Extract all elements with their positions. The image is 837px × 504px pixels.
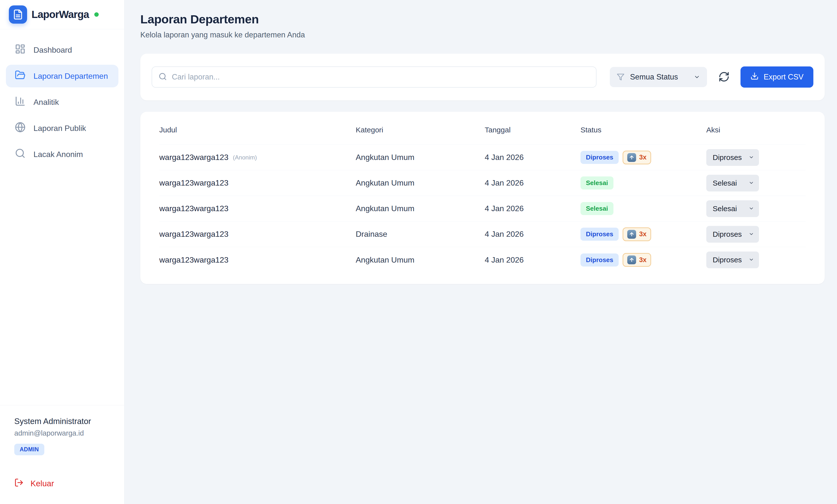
date-cell: 4 Jan 2026 <box>485 204 581 213</box>
category-cell: Drainase <box>356 230 485 239</box>
report-title: warga123warga123 <box>159 230 229 239</box>
column-header-kategori: Kategori <box>356 126 485 134</box>
user-name: System Administrator <box>14 417 110 426</box>
column-header-judul: Judul <box>159 126 356 134</box>
status-cell: Diproses 3x <box>581 228 706 241</box>
arrow-up-icon <box>627 255 636 264</box>
report-title: warga123warga123 <box>159 255 229 265</box>
action-cell: Selesai <box>706 200 806 217</box>
status-action-value: Selesai <box>713 179 737 187</box>
table-row: warga123warga123 Drainase 4 Jan 2026 Dip… <box>159 221 806 247</box>
arrow-up-icon <box>627 153 636 162</box>
report-title-cell: warga123warga123 <box>159 178 356 187</box>
user-email: admin@laporwarga.id <box>14 429 110 437</box>
date-cell: 4 Jan 2026 <box>485 178 581 187</box>
logout-button[interactable]: Keluar <box>14 478 110 489</box>
category-cell: Angkutan Umum <box>356 204 485 213</box>
status-badge: Diproses <box>581 151 619 164</box>
logout-icon <box>14 478 24 489</box>
arrow-up-icon <box>627 230 636 239</box>
page-subtitle: Kelola laporan yang masuk ke departemen … <box>140 31 825 39</box>
status-cell: Diproses 3x <box>581 253 706 267</box>
date-cell: 4 Jan 2026 <box>485 153 581 162</box>
logout-label: Keluar <box>31 479 54 488</box>
reports-table-card: Judul Kategori Tanggal Status Aksi warga… <box>140 112 825 284</box>
app-title: LaporWarga <box>32 8 89 20</box>
status-badge: Selesai <box>581 177 613 190</box>
chevron-down-icon <box>749 256 754 264</box>
chevron-down-icon <box>749 230 754 238</box>
toolbar-card: Semua Status Export CSV <box>140 54 825 101</box>
search-input[interactable] <box>172 73 590 82</box>
status-filter-select[interactable]: Semua Status <box>610 67 707 87</box>
status-cell: Selesai <box>581 202 706 215</box>
bar-chart-icon <box>15 96 25 109</box>
search-box <box>152 67 596 88</box>
sidebar-item-label: Laporan Publik <box>34 124 86 133</box>
chevron-down-icon <box>749 204 754 213</box>
sidebar-item-analitik[interactable]: Analitik <box>6 91 119 113</box>
escalation-count: 3x <box>639 230 646 238</box>
sidebar-item-laporan-departemen[interactable]: Laporan Departemen <box>6 65 119 87</box>
folder-open-icon <box>15 70 25 83</box>
report-title-cell: warga123warga123 <box>159 230 356 239</box>
chevron-down-icon <box>749 179 754 187</box>
table-header-row: Judul Kategori Tanggal Status Aksi <box>159 115 806 145</box>
dashboard-icon <box>15 43 25 56</box>
category-cell: Angkutan Umum <box>356 153 485 162</box>
status-cell: Diproses 3x <box>581 150 706 164</box>
status-action-select[interactable]: Diproses <box>706 226 759 242</box>
sidebar-nav: Dashboard Laporan Departemen Analitik La… <box>0 29 124 175</box>
role-badge: ADMIN <box>14 444 44 455</box>
date-cell: 4 Jan 2026 <box>485 255 581 265</box>
report-title-cell: warga123warga123 <box>159 255 356 265</box>
report-title: warga123warga123 <box>159 178 229 187</box>
status-action-select[interactable]: Diproses <box>706 252 759 268</box>
action-cell: Diproses <box>706 252 806 268</box>
date-cell: 4 Jan 2026 <box>485 230 581 239</box>
table-row: warga123warga123 Angkutan Umum 4 Jan 202… <box>159 170 806 196</box>
refresh-icon <box>718 71 730 83</box>
status-action-value: Selesai <box>713 204 737 213</box>
refresh-button[interactable] <box>718 71 730 83</box>
sidebar-item-label: Analitik <box>34 98 59 107</box>
status-action-value: Diproses <box>713 256 742 264</box>
escalation-badge: 3x <box>623 150 651 164</box>
chevron-down-icon <box>749 153 754 162</box>
chevron-down-icon <box>694 74 700 80</box>
action-cell: Diproses <box>706 149 806 166</box>
export-csv-button[interactable]: Export CSV <box>741 67 813 88</box>
status-action-select[interactable]: Selesai <box>706 175 759 192</box>
sidebar-item-lacak-anonim[interactable]: Lacak Anonim <box>6 143 119 166</box>
app-window: LaporWarga Dashboard Laporan Departemen <box>0 0 837 504</box>
sidebar-item-laporan-publik[interactable]: Laporan Publik <box>6 117 119 140</box>
table-row: warga123warga123 Angkutan Umum 4 Jan 202… <box>159 247 806 273</box>
app-logo: LaporWarga <box>0 0 124 29</box>
escalation-count: 3x <box>639 154 646 161</box>
report-title: warga123warga123 <box>159 204 229 213</box>
status-badge: Selesai <box>581 202 613 215</box>
globe-icon <box>15 122 25 134</box>
report-title-cell: warga123warga123(Anonim) <box>159 153 356 162</box>
sidebar-item-label: Dashboard <box>34 46 72 55</box>
status-filter-value: Semua Status <box>630 73 678 82</box>
anonymous-note: (Anonim) <box>233 154 257 161</box>
table-row: warga123warga123(Anonim) Angkutan Umum 4… <box>159 145 806 170</box>
sidebar-item-dashboard[interactable]: Dashboard <box>6 39 119 61</box>
sidebar: LaporWarga Dashboard Laporan Departemen <box>0 0 125 504</box>
action-cell: Selesai <box>706 175 806 192</box>
category-cell: Angkutan Umum <box>356 178 485 187</box>
category-cell: Angkutan Umum <box>356 255 485 265</box>
status-badge: Diproses <box>581 228 619 241</box>
action-cell: Diproses <box>706 226 806 242</box>
status-action-select[interactable]: Diproses <box>706 149 759 166</box>
escalation-count: 3x <box>639 256 646 264</box>
download-icon <box>750 72 759 82</box>
page-title: Laporan Departemen <box>140 12 825 26</box>
file-text-icon <box>9 5 27 24</box>
status-cell: Selesai <box>581 177 706 190</box>
online-status-dot <box>94 12 99 17</box>
status-action-value: Diproses <box>713 153 742 162</box>
export-csv-label: Export CSV <box>764 73 803 82</box>
status-action-select[interactable]: Selesai <box>706 200 759 217</box>
